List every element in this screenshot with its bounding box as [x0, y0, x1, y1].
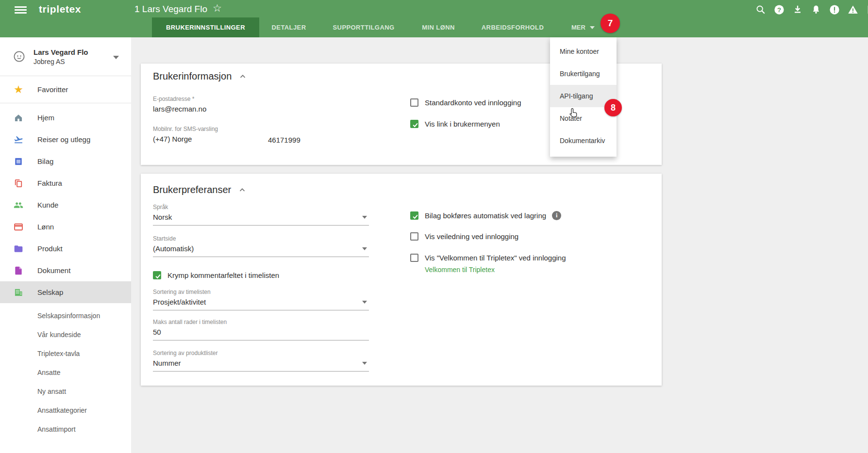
- page-title: 1 Lars Vegard Flo: [134, 4, 207, 15]
- tab-supporttilgang[interactable]: SUPPORTTILGANG: [333, 17, 395, 37]
- exit-icon[interactable]: [866, 4, 868, 15]
- collapse-chevron-icon[interactable]: [238, 186, 247, 194]
- chevron-down-icon: [113, 56, 119, 59]
- chevron-down-icon: [590, 26, 595, 29]
- sidebar-item-label: Favoritter: [37, 85, 68, 94]
- checkbox-label: Vis veiledning ved innlogging: [425, 232, 518, 241]
- field-label: Sortering av timelisten: [153, 289, 369, 295]
- menu-item-dokumentarkiv[interactable]: Dokumentarkiv: [550, 129, 617, 152]
- menu-icon[interactable]: [15, 6, 27, 14]
- select-value: Nummer: [153, 359, 181, 367]
- chevron-down-icon: [362, 216, 367, 219]
- sidebar-item-favoritter[interactable]: ★ Favoritter: [0, 76, 131, 103]
- mobile-field[interactable]: Mobilnr. for SMS-varsling (+47) Norge: [153, 126, 218, 143]
- sidebar-user-switcher[interactable]: Lars Vegard Flo Jobreg AS: [0, 37, 131, 76]
- favorite-star-icon[interactable]: ☆: [213, 2, 222, 14]
- sidebar-subitem-ansattimport[interactable]: Ansattimport: [0, 420, 131, 438]
- sidebar-subitem-var-kundeside[interactable]: Vår kundeside: [0, 325, 131, 344]
- sidebar-subitem-ansatte[interactable]: Ansatte: [0, 363, 131, 382]
- app-logo[interactable]: tripletex: [39, 3, 81, 15]
- sidebar-nav: Hjem Reiser og utlegg Bilag Faktura Kund…: [0, 103, 131, 438]
- language-select[interactable]: Språk Norsk: [153, 204, 369, 226]
- sidebar-item-reiser-og-utlegg[interactable]: Reiser og utlegg: [0, 129, 131, 150]
- chevron-down-icon: [362, 301, 367, 304]
- collapse-chevron-icon[interactable]: [238, 72, 247, 81]
- hand-cursor-icon: [568, 108, 579, 119]
- sidebar-item-kunde[interactable]: Kunde: [0, 194, 131, 216]
- checkbox-row-vis-link: Vis link i brukermenyen: [410, 120, 500, 128]
- notifications-icon[interactable]: [811, 4, 821, 15]
- sidebar-subitem-ansattkategorier[interactable]: Ansattkategorier: [0, 401, 131, 420]
- velkommen-link[interactable]: Velkommen til Tripletex: [425, 266, 495, 274]
- company-icon: [14, 288, 23, 297]
- checkbox[interactable]: [410, 254, 418, 262]
- card-title: Brukerinformasjon: [153, 71, 247, 82]
- product-sort-select[interactable]: Sortering av produktlister Nummer: [153, 350, 369, 372]
- sidebar-user-company: Jobreg AS: [33, 58, 88, 65]
- sidebar-item-selskap[interactable]: Selskap: [0, 281, 131, 303]
- warning-icon[interactable]: [848, 4, 858, 15]
- sidebar-item-label: Produkt: [37, 244, 63, 253]
- field-label: Sortering av produktlister: [153, 350, 369, 356]
- download-icon[interactable]: [792, 4, 803, 15]
- mobile-number-value: 46171999: [268, 136, 300, 144]
- invoice-icon: [14, 178, 23, 188]
- field-label: Startside: [153, 235, 369, 242]
- tab-mer[interactable]: MER: [571, 17, 595, 37]
- sidebar-item-label: Bilag: [37, 157, 53, 165]
- avatar: [14, 51, 25, 62]
- checkbox-row-standardkonto: Standardkonto ved innlogging: [410, 98, 521, 107]
- document-icon: [14, 266, 23, 275]
- app-window: tripletex 1 Lars Vegard Flo ☆ ? BRUKERIN…: [0, 0, 868, 453]
- max-rows-input[interactable]: Maks antall rader i timelisten 50: [153, 319, 369, 340]
- field-value: lars@recman.no: [153, 105, 206, 113]
- sidebar-item-lonn[interactable]: Lønn: [0, 216, 131, 238]
- checkbox-label: Bilag bokføres automatisk ved lagring: [425, 211, 546, 220]
- tab-detaljer[interactable]: DETALJER: [272, 17, 306, 37]
- mobile-number-field[interactable]: 46171999: [268, 136, 300, 144]
- checkbox[interactable]: [410, 120, 418, 128]
- tab-arbeidsforhold[interactable]: ARBEIDSFORHOLD: [482, 17, 544, 37]
- field-label: Språk: [153, 204, 369, 210]
- header-icon-row: ?: [751, 4, 868, 15]
- help-icon[interactable]: ?: [774, 4, 785, 15]
- info-icon[interactable]: i: [552, 211, 561, 220]
- salary-icon: [14, 222, 23, 232]
- sidebar-item-hjem[interactable]: Hjem: [0, 107, 131, 129]
- sidebar-item-faktura[interactable]: Faktura: [0, 172, 131, 194]
- mobile-country-value: (+47) Norge: [153, 135, 218, 143]
- customer-icon: [14, 200, 23, 210]
- checkbox[interactable]: [410, 232, 418, 241]
- search-icon[interactable]: [755, 4, 766, 15]
- svg-text:?: ?: [777, 6, 781, 14]
- tab-min-lonn[interactable]: MIN LØNN: [422, 17, 454, 37]
- menu-item-mine-kontoer[interactable]: Mine kontoer: [550, 40, 617, 63]
- email-field[interactable]: E-postadresse * lars@recman.no: [153, 96, 206, 113]
- card-title: Brukerpreferanser: [153, 184, 247, 195]
- select-value: Prosjekt/aktivitet: [153, 298, 206, 306]
- top-bar: tripletex 1 Lars Vegard Flo ☆ ? BRUKERIN…: [0, 0, 868, 37]
- checkbox[interactable]: [410, 211, 418, 220]
- sidebar-item-dokument[interactable]: Dokument: [0, 259, 131, 281]
- sidebar-subitem-tripletex-tavla[interactable]: Tripletex-tavla: [0, 344, 131, 363]
- checkbox-row-krymp: Krymp kommentarfeltet i timelisten: [153, 271, 279, 279]
- sidebar-item-label: Selskap: [37, 288, 63, 296]
- checkbox[interactable]: [410, 98, 418, 107]
- checkbox[interactable]: [153, 271, 161, 279]
- home-icon: [14, 113, 23, 123]
- checkbox-label: Standardkonto ved innlogging: [425, 98, 521, 107]
- mer-dropdown-menu: Mine kontoer Brukertilgang API-tilgang N…: [550, 37, 617, 157]
- chevron-down-icon: [362, 362, 367, 365]
- menu-item-brukertilgang[interactable]: Brukertilgang: [550, 63, 617, 85]
- sidebar-item-label: Dokument: [37, 266, 70, 275]
- sidebar-item-produkt[interactable]: Produkt: [0, 238, 131, 259]
- sidebar-item-bilag[interactable]: Bilag: [0, 150, 131, 172]
- tab-brukerinnstillinger[interactable]: BRUKERINNSTILLINGER: [152, 17, 259, 37]
- tab-mer-label: MER: [571, 24, 585, 31]
- timesheet-sort-select[interactable]: Sortering av timelisten Prosjekt/aktivit…: [153, 289, 369, 310]
- start-page-select[interactable]: Startside (Automatisk): [153, 235, 369, 257]
- sidebar-subitem-ny-ansatt[interactable]: Ny ansatt: [0, 382, 131, 401]
- error-icon[interactable]: [829, 4, 840, 15]
- sidebar-subitem-selskapsinformasjon[interactable]: Selskapsinformasjon: [0, 306, 131, 325]
- checkbox-label: Krymp kommentarfeltet i timelisten: [167, 271, 279, 279]
